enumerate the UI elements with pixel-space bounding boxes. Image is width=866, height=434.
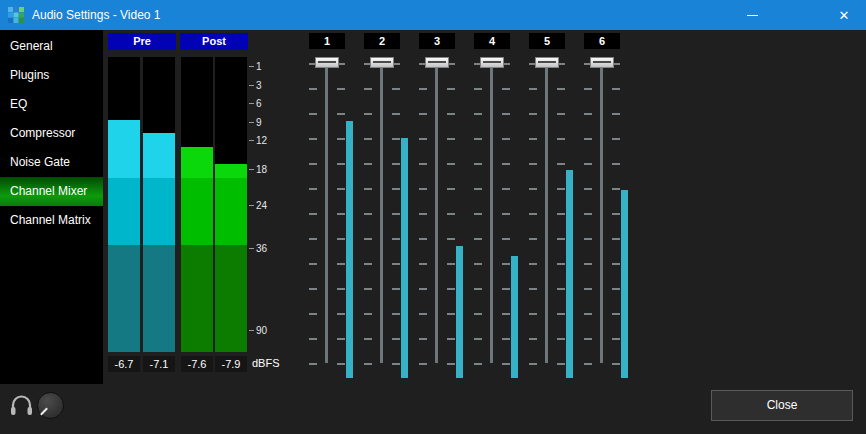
channel-number: 1	[309, 33, 345, 49]
channel-meter	[346, 121, 353, 378]
meter-unfilled-area	[181, 57, 213, 147]
sidebar-item-eq[interactable]: EQ	[0, 90, 103, 119]
fader-thumb[interactable]	[535, 57, 559, 68]
fader-ticks-left	[419, 63, 427, 368]
channel-meter	[511, 256, 518, 378]
post-meter-header: Post	[180, 33, 248, 50]
channel-number: 2	[364, 33, 400, 49]
scale-tick	[249, 85, 254, 86]
post-left-readout: -7.6	[181, 356, 213, 372]
fader-ticks-right	[337, 63, 345, 368]
close-window-button[interactable]: ✕	[822, 0, 866, 30]
channel-strip-3: 3	[410, 33, 464, 385]
channel-meter	[456, 246, 463, 378]
fader-ticks-right	[447, 63, 455, 368]
channel-number: 4	[474, 33, 510, 49]
channel-strip-5: 5	[520, 33, 574, 385]
channel-meter	[621, 190, 628, 378]
meter-unfilled-area	[143, 57, 175, 133]
meter-scale-label: 18	[249, 164, 267, 175]
scale-tick	[249, 330, 254, 331]
fader-track[interactable]	[490, 62, 493, 363]
post-right-readout: -7.9	[215, 356, 247, 372]
channel-meter	[566, 170, 573, 378]
channel-meter	[401, 138, 408, 378]
fader-ticks-left	[474, 63, 482, 368]
sidebar: GeneralPluginsEQCompressorNoise GateChan…	[0, 30, 103, 384]
window-title: Audio Settings - Video 1	[32, 8, 161, 22]
sidebar-item-compressor[interactable]: Compressor	[0, 119, 103, 148]
fader-ticks-left	[364, 63, 372, 368]
fader-track[interactable]	[600, 62, 603, 363]
channel-strip-2: 2	[355, 33, 409, 385]
fader-thumb[interactable]	[590, 57, 614, 68]
fader-track[interactable]	[325, 62, 328, 363]
headphones-icon	[9, 394, 35, 418]
meter-unfilled-area	[108, 57, 140, 120]
minimize-icon	[747, 15, 758, 16]
channel-strip-4: 4	[465, 33, 519, 385]
channel-strip-1: 1	[300, 33, 354, 385]
close-icon: ✕	[839, 8, 850, 23]
fader-ticks-left	[584, 63, 592, 368]
meter-scale-label: 9	[249, 117, 262, 128]
meter-scale-label: 3	[249, 80, 262, 91]
scale-tick	[249, 205, 254, 206]
sidebar-item-plugins[interactable]: Plugins	[0, 61, 103, 90]
pre-left-readout: -6.7	[108, 356, 140, 372]
post-meter-right	[215, 57, 247, 352]
app-icon	[8, 7, 24, 23]
sidebar-item-noise-gate[interactable]: Noise Gate	[0, 148, 103, 177]
fader-ticks-right	[557, 63, 565, 368]
dbfs-unit-label: dBFS	[252, 357, 280, 369]
channel-number: 3	[419, 33, 455, 49]
scale-tick	[249, 169, 254, 170]
fader-ticks-left	[309, 63, 317, 368]
audio-settings-window: Audio Settings - Video 1 ✕ GeneralPlugin…	[0, 0, 866, 434]
meter-scale-label: 12	[249, 135, 267, 146]
fader-thumb[interactable]	[315, 57, 339, 68]
titlebar: Audio Settings - Video 1 ✕	[0, 0, 866, 30]
scale-tick	[249, 248, 254, 249]
fader-ticks-right	[612, 63, 620, 368]
meter-unfilled-area	[215, 57, 247, 164]
scale-tick	[249, 122, 254, 123]
fader-thumb[interactable]	[370, 57, 394, 68]
pre-meter-left	[108, 57, 140, 352]
pre-meter-header: Pre	[108, 33, 176, 50]
fader-ticks-right	[392, 63, 400, 368]
pre-right-readout: -7.1	[143, 356, 175, 372]
sidebar-item-general[interactable]: General	[0, 32, 103, 61]
scale-tick	[249, 140, 254, 141]
meter-scale-label: 6	[249, 98, 262, 109]
headphone-volume-knob[interactable]	[37, 392, 64, 419]
fader-track[interactable]	[435, 62, 438, 363]
fader-thumb[interactable]	[425, 57, 449, 68]
channel-number: 5	[529, 33, 565, 49]
sidebar-item-channel-matrix[interactable]: Channel Matrix	[0, 206, 103, 235]
channel-strip-6: 6	[575, 33, 629, 385]
minimize-button[interactable]	[730, 0, 774, 30]
fader-track[interactable]	[545, 62, 548, 363]
channel-number: 6	[584, 33, 620, 49]
fader-ticks-right	[502, 63, 510, 368]
sidebar-item-channel-mixer[interactable]: Channel Mixer	[0, 177, 103, 206]
pre-meter-right	[143, 57, 175, 352]
close-button[interactable]: Close	[711, 390, 853, 421]
scale-tick	[249, 103, 254, 104]
meter-scale-label: 36	[249, 243, 267, 254]
fader-ticks-left	[529, 63, 537, 368]
knob-indicator	[40, 408, 48, 416]
headphones-button[interactable]	[9, 394, 35, 418]
fader-track[interactable]	[380, 62, 383, 363]
meter-scale-label: 1	[249, 61, 262, 72]
meter-scale-label: 24	[249, 200, 267, 211]
post-meter-left	[181, 57, 213, 352]
fader-thumb[interactable]	[480, 57, 504, 68]
scale-tick	[249, 66, 254, 67]
meter-scale-label: 90	[249, 325, 267, 336]
